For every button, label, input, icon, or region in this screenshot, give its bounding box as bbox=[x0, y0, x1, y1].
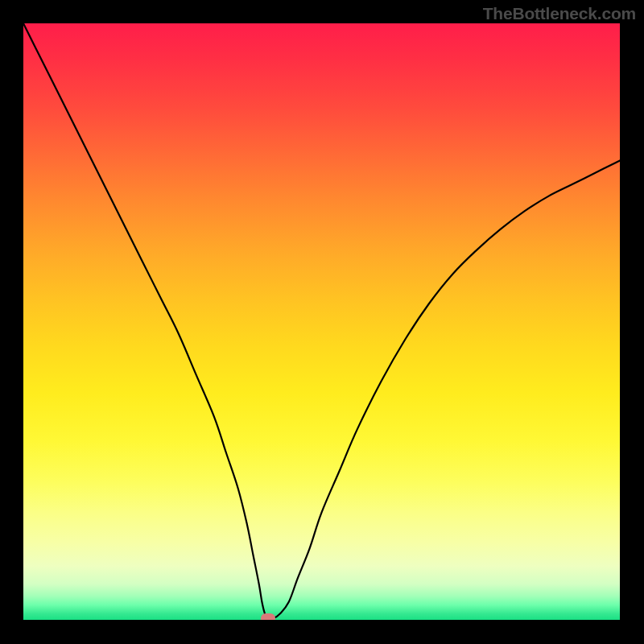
bottleneck-curve bbox=[23, 23, 620, 618]
curve-svg bbox=[23, 23, 620, 620]
plot-area bbox=[23, 23, 620, 620]
min-marker bbox=[261, 613, 275, 620]
chart-frame: TheBottleneck.com bbox=[0, 0, 644, 644]
brand-watermark: TheBottleneck.com bbox=[483, 4, 636, 23]
